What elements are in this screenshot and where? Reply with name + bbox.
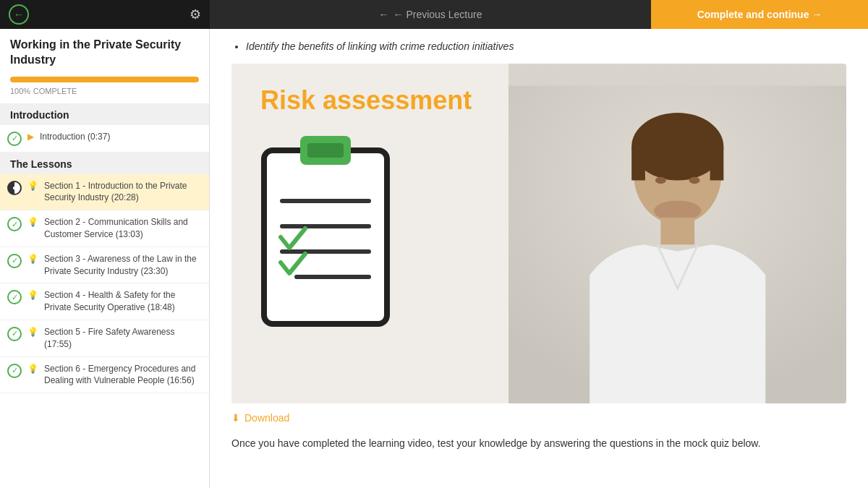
download-link[interactable]: ⬇ Download: [231, 412, 846, 424]
list-item[interactable]: ✓ 💡 Section 3 - Awareness of the Law in …: [0, 247, 209, 284]
list-item[interactable]: ✓ ▶ Introduction (0:37): [0, 125, 209, 153]
prev-arrow-icon: ←: [379, 9, 389, 20]
progress-bar-background: [10, 77, 199, 82]
video-thumbnail[interactable]: Risk assessment: [231, 64, 846, 403]
list-item[interactable]: ✓ 💡 Section 5 - Fire Safety Awareness (1…: [0, 320, 209, 357]
clipboard-graphic: [253, 121, 398, 356]
progress-bar-fill: [10, 77, 199, 82]
gear-icon: ⚙: [190, 7, 201, 22]
lesson-text: Section 3 - Awareness of the Law in the …: [44, 253, 202, 278]
svg-point-12: [655, 177, 665, 184]
list-item[interactable]: ✓ 💡 Section 4 - Health & Safety for the …: [0, 283, 209, 320]
list-item[interactable]: ● 💡 Section 1 - Introduction to the Priv…: [0, 174, 209, 211]
half-check-icon: ●: [7, 181, 22, 195]
back-button[interactable]: ←: [9, 4, 29, 25]
main-content: Working in the Private Security Industry…: [0, 29, 868, 488]
prev-lecture-button[interactable]: ← ← Previous Lecture: [379, 9, 482, 20]
list-item[interactable]: ✓ 💡 Section 2 - Communication Skills and…: [0, 210, 209, 247]
bulb-icon: 💡: [27, 290, 38, 300]
bullet-item: Identify the benefits of linking with cr…: [246, 40, 846, 52]
svg-rect-15: [660, 218, 694, 244]
lesson-text: Section 1 - Introduction to the Private …: [44, 180, 202, 205]
bulb-icon: 💡: [27, 217, 38, 227]
instructor-photo: [509, 64, 847, 403]
nav-right: Complete and continue →: [651, 0, 868, 29]
bulb-icon: 💡: [27, 327, 38, 337]
lesson-text: Introduction (0:37): [40, 131, 110, 143]
progress-label: 100% COMPLETE: [10, 85, 199, 96]
svg-rect-2: [307, 143, 344, 158]
bullet-list: Identify the benefits of linking with cr…: [246, 40, 846, 52]
prev-lecture-label: ← Previous Lecture: [393, 9, 482, 20]
complete-label: Complete and continue →: [697, 9, 822, 20]
svg-point-9: [631, 113, 723, 181]
video-icon: ▶: [27, 132, 34, 142]
lesson-text: Section 6 - Emergency Procedures and Dea…: [44, 363, 202, 388]
svg-rect-11: [710, 147, 723, 181]
nav-center: ← ← Previous Lecture: [210, 0, 651, 29]
course-title: Working in the Private Security Industry: [0, 29, 209, 74]
check-icon: ✓: [7, 254, 22, 268]
download-icon: ⬇: [231, 412, 240, 424]
check-icon: ✓: [7, 327, 22, 341]
svg-rect-10: [631, 147, 645, 181]
content-area: Identify the benefits of linking with cr…: [210, 29, 868, 488]
check-icon: ✓: [7, 364, 22, 378]
lesson-text: Section 4 - Health & Safety for the Priv…: [44, 289, 202, 314]
svg-point-13: [689, 177, 699, 184]
bulb-icon: 💡: [27, 254, 38, 264]
section-header-lessons: The Lessons: [0, 153, 209, 174]
nav-left: ← ⚙: [0, 4, 210, 25]
check-icon: ✓: [7, 132, 22, 146]
progress-bar-container: 100% COMPLETE: [0, 74, 209, 103]
lesson-text: Section 2 - Communication Skills and Cus…: [44, 216, 202, 241]
video-inner: Risk assessment: [231, 64, 846, 403]
back-icon: ←: [14, 9, 24, 20]
check-icon: ✓: [7, 290, 22, 304]
check-icon: ✓: [7, 217, 22, 231]
top-navigation: ← ⚙ ← ← Previous Lecture Complete and co…: [0, 0, 868, 29]
progress-suffix: COMPLETE: [33, 87, 77, 95]
settings-button[interactable]: ⚙: [190, 7, 201, 22]
complete-continue-button[interactable]: Complete and continue →: [697, 9, 822, 20]
section-header-introduction: Introduction: [0, 103, 209, 125]
list-item[interactable]: ✓ 💡 Section 6 - Emergency Procedures and…: [0, 357, 209, 394]
completion-text: Once you have completed the learning vid…: [231, 435, 846, 451]
lesson-text: Section 5 - Fire Safety Awareness (17:55…: [44, 326, 202, 351]
download-label: Download: [244, 412, 289, 424]
video-title: Risk assessment: [260, 85, 472, 116]
progress-percent: 100%: [10, 87, 30, 95]
bulb-icon: 💡: [27, 181, 38, 191]
bulb-icon: 💡: [27, 364, 38, 374]
sidebar: Working in the Private Security Industry…: [0, 29, 210, 488]
